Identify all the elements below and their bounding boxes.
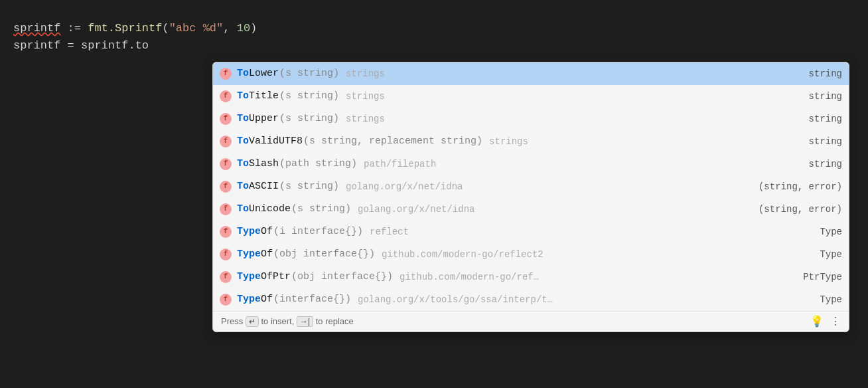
item-params: (path string) xyxy=(279,156,357,172)
item-params: (s string) xyxy=(279,111,339,127)
item-name: TypeOf xyxy=(237,246,273,262)
item-type: (string, error) xyxy=(759,202,842,217)
item-source: strings xyxy=(489,134,782,149)
footer-hint: Press ↵ to insert, →| to replace xyxy=(221,316,354,327)
squiggle-text: sprintf xyxy=(13,22,60,35)
item-source: reflect xyxy=(370,225,782,239)
item-source: strings xyxy=(346,89,782,104)
item-params: (s string) xyxy=(279,88,339,104)
item-type: Type xyxy=(782,247,842,262)
item-params: (s string) xyxy=(291,201,351,217)
item-params: (i interface{}) xyxy=(273,224,363,240)
function-icon: f xyxy=(220,158,232,170)
highlight-text: To xyxy=(237,158,249,169)
highlight-text: Type xyxy=(237,271,261,282)
function-icon: f xyxy=(220,271,232,283)
autocomplete-item-5[interactable]: fToASCII(s string)golang.org/x/net/idna(… xyxy=(213,175,849,198)
autocomplete-item-10[interactable]: fTypeOf(interface{})golang.org/x/tools/g… xyxy=(213,288,849,311)
item-source: strings xyxy=(346,66,782,81)
autocomplete-item-2[interactable]: fToUpper(s string)stringsstring xyxy=(213,108,849,130)
code-line-1: sprintf := fmt.Sprintf("abc %d", 10) xyxy=(13,20,855,37)
autocomplete-item-1[interactable]: fToTitle(s string)stringsstring xyxy=(213,85,849,108)
function-icon: f xyxy=(220,294,232,306)
press-label: Press xyxy=(221,316,243,326)
code-line-2: sprintf = sprintf.to xyxy=(13,37,855,54)
item-type: string xyxy=(782,112,842,126)
highlight-text: To xyxy=(237,90,249,102)
highlight-text: Type xyxy=(237,294,261,305)
open-paren: ( xyxy=(162,22,169,35)
item-params: (obj interface{}) xyxy=(273,246,375,262)
item-name: TypeOf xyxy=(237,224,273,240)
autocomplete-item-4[interactable]: fToSlash(path string)path/filepathstring xyxy=(213,153,849,175)
autocomplete-popup: fToLower(s string)stringsstringfToTitle(… xyxy=(212,62,849,332)
operator: := xyxy=(60,22,88,35)
enter-key: ↵ xyxy=(246,316,259,327)
function-icon: f xyxy=(220,113,232,125)
highlight-text: To xyxy=(237,203,249,215)
autocomplete-list: fToLower(s string)stringsstringfToTitle(… xyxy=(213,62,849,311)
autocomplete-footer: Press ↵ to insert, →| to replace 💡 ⋮ xyxy=(213,311,849,332)
comma: , xyxy=(223,22,236,35)
autocomplete-item-9[interactable]: fTypeOfPtr(obj interface{})github.com/mo… xyxy=(213,266,849,288)
item-name: TypeOfPtr xyxy=(237,269,291,285)
highlight-text: Type xyxy=(237,248,261,260)
autocomplete-item-8[interactable]: fTypeOf(obj interface{})github.com/moder… xyxy=(213,243,849,266)
insert-text: to insert, xyxy=(261,316,296,326)
item-params: (s string, replacement string) xyxy=(303,134,482,149)
item-type: string xyxy=(782,66,842,81)
more-options-icon[interactable]: ⋮ xyxy=(830,315,841,328)
function-icon: f xyxy=(220,248,232,260)
item-source: golang.org/x/net/idna xyxy=(346,179,759,194)
autocomplete-item-7[interactable]: fTypeOf(i interface{})reflectType xyxy=(213,221,849,243)
item-name: ToASCII xyxy=(237,179,279,195)
item-type: Type xyxy=(782,292,842,307)
highlight-text: To xyxy=(237,113,249,124)
item-type: string xyxy=(782,134,842,149)
item-name: ToTitle xyxy=(237,88,279,104)
item-source: github.com/modern-go/reflect2 xyxy=(382,247,782,262)
function-icon: f xyxy=(220,203,232,215)
function-icon: f xyxy=(220,226,232,238)
item-params: (obj interface{}) xyxy=(291,269,393,285)
item-type: PtrType xyxy=(782,270,842,284)
function-icon: f xyxy=(220,68,232,80)
function-icon: f xyxy=(220,90,232,102)
autocomplete-item-0[interactable]: fToLower(s string)stringsstring xyxy=(213,62,849,85)
item-params: (s string) xyxy=(279,66,339,82)
item-name: ToValidUTF8 xyxy=(237,134,303,149)
highlight-text: To xyxy=(237,181,249,192)
item-source: golang.org/x/net/idna xyxy=(358,202,759,217)
item-type: string xyxy=(782,89,842,104)
string-arg: "abc %d" xyxy=(169,22,224,35)
tab-key: →| xyxy=(297,316,313,327)
highlight-text: To xyxy=(237,68,249,79)
function-icon: f xyxy=(220,136,232,147)
item-name: ToSlash xyxy=(237,156,279,172)
item-source: strings xyxy=(346,112,782,126)
function-icon: f xyxy=(220,181,232,193)
autocomplete-item-6[interactable]: fToUnicode(s string)golang.org/x/net/idn… xyxy=(213,198,849,221)
autocomplete-item-3[interactable]: fToValidUTF8(s string, replacement strin… xyxy=(213,130,849,153)
num-arg: 10 xyxy=(237,22,250,35)
footer-icons: 💡 ⋮ xyxy=(810,315,841,328)
item-source: path/filepath xyxy=(364,157,782,171)
item-name: TypeOf xyxy=(237,292,273,308)
item-name: ToUpper xyxy=(237,111,279,127)
item-params: (s string) xyxy=(279,179,339,195)
item-type: Type xyxy=(782,225,842,239)
lightbulb-icon[interactable]: 💡 xyxy=(810,315,824,328)
line2-text: sprintf = sprintf.to xyxy=(13,39,149,52)
highlight-text: To xyxy=(237,136,249,147)
item-name: ToUnicode xyxy=(237,201,291,217)
func-name: fmt.Sprintf xyxy=(88,22,162,35)
close-paren: ) xyxy=(250,22,257,35)
item-type: string xyxy=(782,157,842,171)
replace-text: to replace xyxy=(316,316,354,326)
item-source: github.com/modern-go/ref… xyxy=(399,270,782,284)
item-source: golang.org/x/tools/go/ssa/interp/t… xyxy=(358,292,782,307)
item-name: ToLower xyxy=(237,66,279,82)
item-type: (string, error) xyxy=(759,179,842,194)
code-editor: sprintf := fmt.Sprintf("abc %d", 10) spr… xyxy=(13,13,855,60)
item-params: (interface{}) xyxy=(273,292,351,308)
